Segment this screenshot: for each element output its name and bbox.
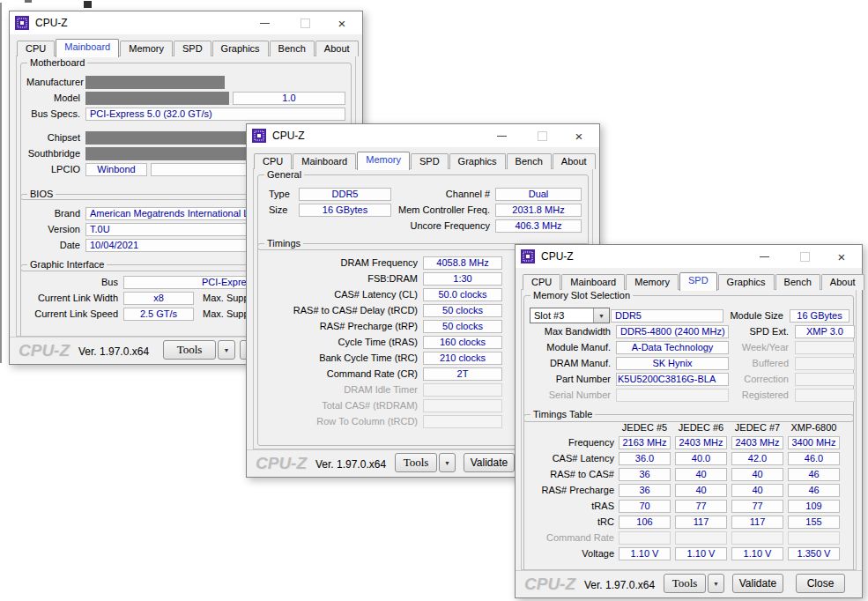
table-cell: 1.350 V (788, 547, 840, 560)
close-button[interactable]: × (828, 245, 855, 268)
mem-ctrl-freq-label: Mem Controller Freq. (391, 204, 490, 215)
column-header: JEDEC #5 (619, 422, 671, 433)
tools-button[interactable]: Tools (163, 340, 216, 360)
slot-select-value: Slot #3 (530, 310, 593, 321)
window-title: CPU-Z (272, 130, 305, 142)
mem-size-field: 16 GBytes (299, 204, 391, 217)
table-cell: 42.0 (731, 452, 783, 465)
tab-memory[interactable]: Memory (626, 274, 679, 290)
minimize-button[interactable] (751, 245, 777, 268)
cpuz-logo: CPU-Z (524, 575, 575, 594)
table-cell: 2403 MHz (731, 436, 783, 449)
close-button[interactable]: × (329, 11, 355, 34)
tab-graphics[interactable]: Graphics (212, 41, 269, 56)
tab-mainboard[interactable]: Mainboard (561, 274, 625, 290)
dram-manuf-label: DRAM Manuf. (530, 358, 611, 368)
tab-mainboard[interactable]: Mainboard (56, 39, 119, 57)
timing-label: RAS# Precharge (tRP) (263, 321, 418, 331)
version-text: Ver. 1.97.0.x64 (78, 345, 149, 358)
timing-value-field (423, 399, 502, 412)
bus-specs-label: Bus Specs. (26, 108, 80, 119)
maximize-button[interactable] (791, 245, 818, 268)
timing-label: FSB:DRAM (263, 273, 418, 284)
maximize-icon (538, 131, 547, 141)
tab-about[interactable]: About (821, 274, 864, 290)
tools-dropdown-button[interactable]: ▼ (218, 340, 235, 360)
tools-dropdown-button[interactable]: ▼ (439, 453, 456, 472)
gi-max-width-label: Max. Supp (203, 293, 249, 303)
tab-spd[interactable]: SPD (174, 41, 211, 56)
table-cell: 109 (788, 500, 840, 513)
titlebar[interactable]: CPU-Z × (516, 245, 862, 268)
tab-panel: Memory Slot Selection Slot #3▼ DDR5 Modu… (521, 289, 857, 570)
minimize-button[interactable] (251, 11, 278, 34)
table-cell: 117 (731, 516, 783, 529)
tab-about[interactable]: About (315, 41, 359, 56)
max-bandwidth-field: DDR5-4800 (2400 MHz) (616, 325, 729, 338)
correction-label: Correction (729, 374, 789, 384)
table-cell: 36 (619, 468, 671, 481)
validate-button[interactable]: Validate (464, 453, 515, 472)
background-fragment (84, 1, 92, 8)
close-button[interactable]: × (566, 124, 592, 147)
gi-max-speed-label: Max. Supp (203, 308, 249, 319)
maximize-button[interactable] (292, 11, 318, 34)
tab-memory[interactable]: Memory (357, 152, 410, 170)
cpuz-window-spd: CPU-Z × CPU Mainboard Memory SPD Graphic… (515, 244, 863, 598)
slot-select-dropdown[interactable]: Slot #3▼ (530, 308, 610, 323)
spd-ext-label: SPD Ext. (729, 326, 789, 337)
chipset-label: Chipset (26, 132, 80, 143)
group-legend: BIOS (27, 189, 56, 199)
tab-bench[interactable]: Bench (507, 153, 552, 169)
cpu-z-app-icon (15, 16, 29, 30)
close-icon: × (338, 16, 346, 31)
group-legend: Timings Table (530, 409, 595, 419)
gi-link-width-label: Current Link Width (26, 293, 118, 303)
close-window-button[interactable]: Close (796, 574, 845, 593)
tab-bench[interactable]: Bench (270, 41, 315, 56)
table-row-label: RAS# to CAS# (530, 469, 614, 479)
tools-button[interactable]: Tools (395, 453, 437, 472)
table-cell: 77 (675, 500, 727, 513)
table-row-label: tRAS (530, 501, 614, 511)
close-icon: × (838, 249, 846, 264)
southbridge-label: Southbridge (26, 148, 80, 159)
minimize-icon (260, 23, 270, 24)
tools-button[interactable]: Tools (664, 574, 706, 593)
validate-button[interactable]: Validate (732, 574, 783, 593)
general-group: General TypeDDR5Channel #Dual Size16 GBy… (257, 174, 589, 250)
maximize-button[interactable] (529, 124, 555, 147)
tab-graphics[interactable]: Graphics (449, 153, 506, 169)
tab-cpu[interactable]: CPU (523, 274, 560, 290)
redacted-manufacturer-value (85, 76, 225, 89)
week-year-label: Week/Year (729, 342, 789, 352)
table-cell: 117 (675, 516, 727, 529)
column-header: JEDEC #7 (731, 422, 783, 433)
minimize-button[interactable] (488, 124, 515, 147)
tab-memory[interactable]: Memory (120, 41, 173, 56)
tab-spd[interactable]: SPD (679, 272, 717, 291)
tab-about[interactable]: About (553, 153, 596, 169)
tab-spd[interactable]: SPD (411, 153, 449, 169)
timing-value-field: 210 clocks (423, 352, 502, 365)
tab-cpu[interactable]: CPU (17, 41, 55, 56)
tab-graphics[interactable]: Graphics (718, 274, 775, 290)
titlebar[interactable]: CPU-Z × (247, 124, 599, 147)
chevron-down-icon[interactable]: ▼ (593, 308, 609, 323)
timing-label: Bank Cycle Time (tRC) (263, 352, 418, 363)
tools-dropdown-button[interactable]: ▼ (708, 574, 724, 593)
timing-value-field: 50 clocks (423, 320, 502, 333)
titlebar[interactable]: CPU-Z × (10, 11, 362, 34)
table-cell: 36 (619, 484, 671, 497)
tab-cpu[interactable]: CPU (254, 153, 292, 169)
table-cell: 77 (731, 500, 783, 513)
tab-mainboard[interactable]: Mainboard (293, 153, 356, 169)
serial-number-label: Serial Number (530, 390, 611, 400)
correction-field (795, 373, 855, 386)
group-legend: Timings (264, 238, 303, 249)
tab-bench[interactable]: Bench (775, 274, 820, 290)
model-version-field: 1.0 (233, 92, 345, 105)
table-cell: 70 (619, 500, 671, 513)
registered-label: Registered (729, 390, 789, 400)
gi-link-width-field: x8 (123, 292, 194, 305)
